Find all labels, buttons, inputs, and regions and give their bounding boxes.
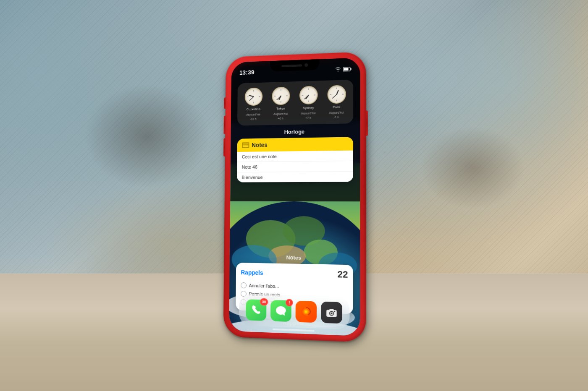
clock-today: Aujourd'hui [273, 112, 288, 115]
notes-widget-header: Notes [237, 137, 353, 152]
phone: 13:39 [223, 52, 366, 342]
clock-today: Aujourd'hui [329, 111, 344, 114]
scene: 13:39 [0, 0, 588, 391]
svg-rect-14 [344, 68, 348, 70]
firefox-app-icon[interactable] [296, 301, 317, 323]
clock-sydney: Sydney Aujourd'hui +7 h [296, 86, 321, 119]
clock-tokyo: Tokyo Aujourd'hui +6 h [268, 86, 293, 120]
dock: 38 ! [239, 294, 350, 330]
camera-app-bg [321, 302, 342, 324]
notes-app-icon [242, 142, 249, 148]
rappels-item-label-1: Annuler l'abo... [249, 283, 279, 289]
clock-city-name: Sydney [303, 106, 314, 110]
clock-face-paris [327, 85, 346, 104]
rappels-checkbox-1[interactable] [241, 282, 247, 288]
phone-icon [251, 305, 262, 316]
notes-widget[interactable]: Notes Ceci est une note Note 46 Bienvenu… [237, 137, 353, 182]
phone-app-icon[interactable]: 38 [246, 299, 266, 321]
speaker-grille [281, 64, 302, 67]
front-camera [304, 63, 308, 67]
messages-app-badge: ! [286, 299, 293, 307]
firefox-app-bg [296, 301, 317, 323]
camera-icon [326, 308, 337, 317]
clock-offset: -1 h [334, 115, 339, 118]
svg-rect-13 [351, 68, 352, 70]
status-time: 13:39 [239, 69, 255, 76]
power-button[interactable] [366, 110, 368, 136]
battery-icon [343, 67, 352, 72]
clock-today: Aujourd'hui [301, 112, 316, 115]
svg-line-21 [249, 97, 254, 101]
notes-item-3[interactable]: Bienvenue [237, 172, 353, 182]
clock-city-name: Tokyo [276, 107, 285, 111]
svg-line-39 [332, 94, 336, 98]
svg-line-38 [336, 91, 338, 94]
clock-offset: +7 h [305, 116, 311, 119]
rappels-count: 22 [337, 269, 348, 280]
clock-city-name: Paris [333, 105, 340, 109]
volume-up-button[interactable] [224, 116, 226, 134]
svg-line-20 [249, 95, 254, 97]
clock-today: Aujourd'hui [246, 113, 260, 116]
phone-body: 13:39 [223, 52, 366, 342]
volume-down-button[interactable] [223, 138, 225, 156]
notes-item-2[interactable]: Note 46 [237, 161, 353, 172]
clock-widget[interactable]: Cupertino Aujourd'hui -10 h [237, 80, 353, 125]
phone-app-badge: 38 [260, 298, 268, 306]
clock-face-tokyo [272, 86, 290, 105]
clock-paris: Paris Aujourd'hui -1 h [324, 85, 349, 119]
notes-item-1[interactable]: Ceci est une note [237, 151, 353, 162]
clock-face-cupertino [244, 87, 262, 106]
bg-decoration [420, 126, 525, 210]
clock-face-sydney [299, 86, 318, 104]
clock-city-name: Cupertino [247, 107, 260, 111]
notch [270, 59, 320, 72]
wifi-icon [335, 67, 341, 71]
messages-app-icon[interactable]: ! [270, 300, 291, 322]
mute-button[interactable] [224, 97, 226, 109]
status-icons [335, 67, 352, 72]
rappels-widget-title: Rappels [241, 269, 263, 276]
clock-offset: +6 h [278, 117, 284, 120]
firefox-icon [300, 305, 312, 318]
clock-offset: -10 h [250, 117, 256, 120]
notes-widget-body: Ceci est une note Note 46 Bienvenue [237, 151, 353, 182]
camera-app-icon[interactable] [321, 302, 342, 324]
notes-widget-title: Notes [252, 142, 268, 149]
rappels-widget-header: Rappels 22 [241, 267, 348, 280]
bg-decoration [84, 84, 210, 189]
messages-icon [275, 305, 287, 316]
phone-screen[interactable]: 13:39 [229, 57, 360, 336]
clock-cupertino: Cupertino Aujourd'hui -10 h [242, 87, 265, 120]
